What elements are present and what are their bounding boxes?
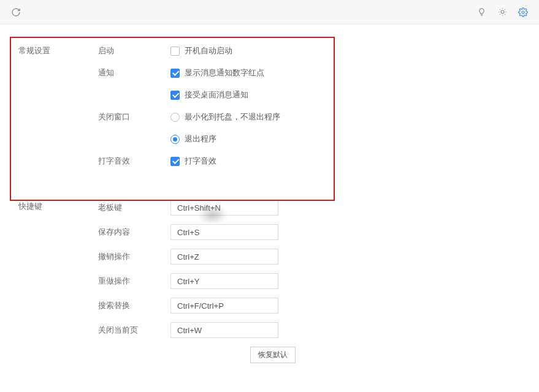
row-typing-sound: 打字音效 打字音效 [98, 154, 521, 168]
settings-content: 常规设置 启动 开机自动启动 通知 显示消息通知数字红点 [0, 24, 539, 392]
radio-close-exit[interactable] [170, 135, 180, 144]
control-notify-desktop: 接受桌面消息通知 [170, 89, 248, 100]
section-body-general: 启动 开机自动启动 通知 显示消息通知数字红点 接受桌面消息通知 [98, 44, 521, 176]
control-notify-badge: 显示消息通知数字红点 [170, 67, 264, 78]
option-close-minimize: 最小化到托盘，不退出程序 [185, 111, 280, 123]
toolbar [0, 0, 539, 24]
option-notify-badge: 显示消息通知数字红点 [185, 67, 264, 78]
option-notify-desktop: 接受桌面消息通知 [185, 89, 248, 100]
row-notify-desktop: 接受桌面消息通知 [98, 88, 521, 102]
input-hk-redo[interactable] [170, 273, 278, 289]
label-hk-redo: 重做操作 [98, 276, 170, 287]
section-title-general: 常规设置 [18, 44, 98, 176]
reset-hotkeys-button[interactable]: 恢复默认 [250, 347, 296, 363]
section-body-hotkeys: 老板键 保存内容 撤销操作 重做操作 搜索替换 关闭当前页 [98, 200, 521, 363]
checkbox-notify-badge[interactable] [170, 69, 180, 78]
gear-icon[interactable] [517, 6, 529, 18]
label-close-window: 关闭窗口 [98, 111, 170, 123]
input-hk-search[interactable] [170, 298, 278, 314]
label-hk-closetab: 关闭当前页 [98, 325, 170, 336]
label-hk-search: 搜索替换 [98, 300, 170, 311]
section-hotkeys: 快捷键 老板键 保存内容 撤销操作 重做操作 搜索替换 [18, 176, 521, 363]
section-general: 常规设置 启动 开机自动启动 通知 显示消息通知数字红点 [18, 24, 521, 176]
svg-point-0 [501, 10, 504, 13]
toolbar-right [475, 6, 529, 18]
row-hk-boss: 老板键 [98, 200, 521, 216]
row-hk-closetab: 关闭当前页 [98, 322, 521, 338]
row-hk-undo: 撤销操作 [98, 249, 521, 265]
option-auto-start: 开机自动启动 [185, 45, 232, 56]
toolbar-left [10, 6, 22, 18]
input-hk-closetab[interactable] [170, 322, 278, 338]
label-startup: 启动 [98, 45, 170, 56]
input-hk-undo[interactable] [170, 249, 278, 265]
option-close-exit: 退出程序 [185, 134, 216, 145]
row-notify-badge: 通知 显示消息通知数字红点 [98, 66, 521, 80]
checkbox-notify-desktop[interactable] [170, 91, 180, 100]
control-startup: 开机自动启动 [170, 45, 232, 56]
control-typing-sound: 打字音效 [170, 156, 216, 167]
refresh-icon[interactable] [10, 6, 22, 18]
label-hk-save: 保存内容 [98, 227, 170, 238]
radio-close-minimize[interactable] [170, 113, 180, 122]
row-hk-save: 保存内容 [98, 224, 521, 240]
svg-point-1 [522, 11, 524, 13]
checkbox-auto-start[interactable] [170, 47, 180, 56]
row-close-exit: 退出程序 [98, 132, 521, 146]
section-title-hotkeys: 快捷键 [18, 200, 98, 363]
row-startup: 启动 开机自动启动 [98, 44, 521, 58]
section-update: 版本更新 当前版本v2.0.0 检查更新 [18, 363, 521, 392]
control-close-exit: 退出程序 [170, 134, 216, 145]
lightbulb-icon[interactable] [475, 6, 487, 18]
control-close-minimize: 最小化到托盘，不退出程序 [170, 111, 280, 123]
input-hk-save[interactable] [170, 224, 278, 240]
row-close-minimize: 关闭窗口 最小化到托盘，不退出程序 [98, 110, 521, 124]
label-notify: 通知 [98, 67, 170, 78]
checkbox-typing-sound[interactable] [170, 157, 180, 166]
row-hk-search: 搜索替换 [98, 298, 521, 314]
sun-icon[interactable] [496, 6, 508, 18]
label-hk-boss: 老板键 [98, 202, 170, 213]
row-reset-hotkeys: 恢复默认 [98, 347, 521, 363]
input-hk-boss[interactable] [170, 200, 278, 216]
label-hk-undo: 撤销操作 [98, 251, 170, 262]
option-typing-sound: 打字音效 [185, 156, 216, 167]
row-hk-redo: 重做操作 [98, 273, 521, 289]
label-typing-sound: 打字音效 [98, 156, 170, 167]
